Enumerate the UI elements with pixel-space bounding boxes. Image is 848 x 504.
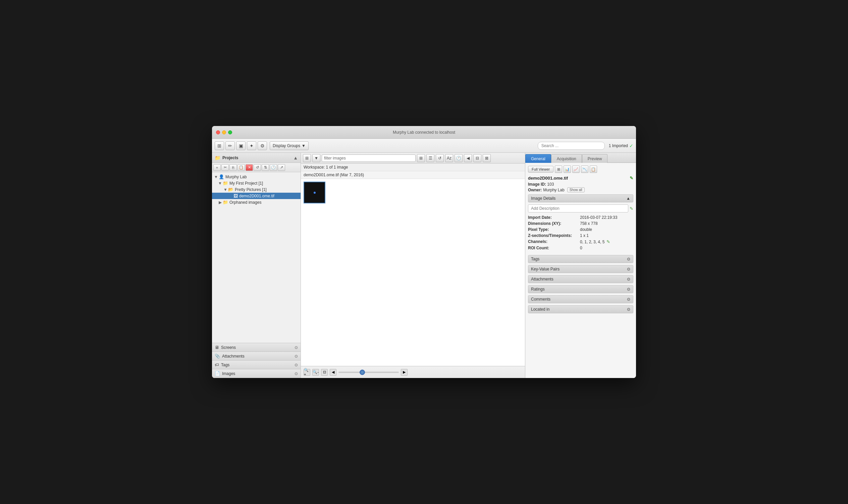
import-date-label: Import Date: — [528, 215, 580, 220]
attachments-panel[interactable]: 📎 Attachments ⊙ — [212, 352, 300, 361]
display-groups-button[interactable]: Display Groups ▼ — [270, 141, 309, 150]
tags-section-header[interactable]: Tags ⊙ — [528, 255, 633, 263]
image-thumbnail[interactable] — [304, 182, 325, 203]
owner-label: Owner: — [528, 188, 542, 192]
sort-date-btn[interactable]: 🕐 — [454, 154, 463, 162]
z-sections-label: Z-sections/Timepoints: — [528, 233, 580, 238]
clock-btn[interactable]: 🕐 — [270, 164, 277, 171]
edit-filename-icon[interactable]: ✎ — [629, 176, 633, 181]
cut-btn[interactable]: ✂ — [221, 164, 229, 171]
filter-icon[interactable]: ⊞ — [303, 154, 311, 162]
view-icon-4[interactable]: 📉 — [581, 165, 588, 173]
view-icon-3[interactable]: 📈 — [572, 165, 579, 173]
screens-panel[interactable]: 🖥 Screens ⊙ — [212, 343, 300, 352]
show-all-button[interactable]: Show all — [567, 187, 585, 192]
delete-btn[interactable]: ✕ — [245, 164, 253, 171]
toolbar-btn-4[interactable]: ✦ — [247, 141, 256, 150]
tab-preview[interactable]: Preview — [582, 154, 608, 163]
key-value-section-header[interactable]: Key-Value Pairs ⊙ — [528, 265, 633, 273]
image-id-label: Image ID: — [528, 182, 546, 187]
image-dot — [314, 192, 316, 194]
view-last-btn[interactable]: ⊠ — [483, 154, 491, 162]
detail-row-z-sections: Z-sections/Timepoints: 1 x 1 — [528, 233, 633, 239]
view-grid2-btn[interactable]: ⊟ — [473, 154, 481, 162]
zoom-out-btn[interactable]: 🔍- — [312, 369, 319, 376]
projects-header: 📁 Projects ▲ — [212, 153, 300, 163]
zoom-in-btn[interactable]: 🔍+ — [304, 369, 310, 376]
image-details-collapse-icon: ▲ — [626, 196, 630, 201]
view-icon-1[interactable]: ⊞ — [555, 165, 562, 173]
ratings-section-label: Ratings — [531, 287, 545, 291]
located-in-section-header[interactable]: Located in ⊙ — [528, 305, 633, 313]
tags-section-icon: ⊙ — [627, 257, 630, 262]
toolbar-btn-5[interactable]: ⚙ — [258, 141, 267, 150]
edit-description-icon[interactable]: ✎ — [629, 206, 633, 211]
sort-btn[interactable]: ⇅ — [262, 164, 269, 171]
attachments-section-label: Attachments — [531, 277, 553, 282]
comments-section-header[interactable]: Comments ⊙ — [528, 295, 633, 303]
edit-channels-icon[interactable]: ✎ — [606, 239, 610, 244]
tab-general[interactable]: General — [525, 154, 551, 163]
zoom-next-btn[interactable]: ▶ — [401, 369, 408, 376]
minimize-button[interactable] — [222, 130, 226, 134]
refresh-btn[interactable]: ↺ — [254, 164, 261, 171]
detail-row-dimensions: Dimensions (XY): 758 x 778 — [528, 220, 633, 227]
filter-area: filter images — [322, 155, 416, 162]
toolbar-btn-2[interactable]: ✏ — [225, 141, 235, 150]
zoom-fit-btn[interactable]: ⊡ — [321, 369, 328, 376]
display-groups-arrow: ▼ — [301, 143, 306, 148]
projects-title: Projects — [222, 156, 238, 160]
traffic-lights — [216, 130, 232, 134]
tree-item-my-first-project[interactable]: ▼ 📁 My First Project [1] — [212, 180, 300, 186]
projects-icon: 📁 — [215, 155, 220, 161]
list-view-btn[interactable]: ☰ — [426, 154, 434, 162]
tab-acquisition[interactable]: Acquisition — [551, 154, 582, 163]
tree-item-orphaned[interactable]: ▶ 📁 Orphaned images — [212, 199, 300, 205]
located-in-section-label: Located in — [531, 307, 550, 312]
images-icon: 📄 — [215, 371, 220, 376]
copy-btn[interactable]: ⎘ — [229, 164, 237, 171]
zoom-prev-btn[interactable]: ◀ — [330, 369, 336, 376]
filter-dropdown-btn[interactable]: ▼ — [312, 154, 321, 162]
share-btn[interactable]: ↗ — [278, 164, 285, 171]
view-prev-btn[interactable]: ◀ — [464, 154, 472, 162]
toolbar-btn-1[interactable]: ⊞ — [215, 141, 224, 150]
detail-table: Import Date: 2016-03-07 22:19:33 Dimensi… — [528, 214, 633, 251]
close-button[interactable] — [216, 130, 220, 134]
detail-row-import-date: Import Date: 2016-03-07 22:19:33 — [528, 214, 633, 220]
refresh-view-btn[interactable]: ↺ — [436, 154, 444, 162]
imported-badge: 1 Imported ✓ — [609, 143, 633, 148]
tree-item-pretty-pictures[interactable]: ▼ 📂 Pretty Pictures [1] — [212, 186, 300, 193]
toolbar-btn-3[interactable]: ▣ — [236, 141, 245, 150]
attachments-section-header[interactable]: Attachments ⊙ — [528, 275, 633, 283]
main-toolbar: ⊞ ✏ ▣ ✦ ⚙ Display Groups ▼ 1 Imported ✓ — [212, 139, 636, 153]
import-date-value: 2016-03-07 22:19:33 — [580, 215, 633, 220]
view-icon-5[interactable]: 📋 — [590, 165, 597, 173]
tags-panel[interactable]: 🏷 Tags ⊙ — [212, 361, 300, 369]
zoom-slider-container — [339, 372, 399, 373]
tree-item-demo2d001[interactable]: 🖼 demo2D001.ome.tif — [212, 193, 300, 199]
maximize-button[interactable] — [228, 130, 232, 134]
ratings-section-header[interactable]: Ratings ⊙ — [528, 285, 633, 293]
check-icon: ✓ — [629, 143, 633, 148]
search-input[interactable] — [538, 142, 605, 150]
images-chevron: ⊙ — [295, 371, 298, 376]
image-browser: demo2D001.ome.tif (Mar 7, 2016) — [301, 171, 525, 366]
pixel-type-value: double — [580, 227, 633, 232]
zoom-slider[interactable] — [339, 372, 399, 373]
paste-btn[interactable]: 📋 — [238, 164, 245, 171]
tree-item-murphy-lab[interactable]: ▼ 👤 Murphy Lab — [212, 174, 300, 180]
owner-row: Owner: Murphy Lab Show all — [528, 187, 633, 192]
grid-view-btn[interactable]: ⊞ — [417, 154, 425, 162]
new-btn[interactable]: + — [213, 164, 221, 171]
sort-alpha-btn[interactable]: Az — [445, 154, 453, 162]
tags-chevron: ⊙ — [295, 363, 298, 367]
add-description-input[interactable] — [528, 204, 628, 213]
toggle-murphy-lab: ▼ — [213, 175, 219, 179]
view-icon-2[interactable]: 📊 — [564, 165, 571, 173]
images-panel[interactable]: 📄 Images ⊙ — [212, 369, 300, 378]
projects-collapse-btn[interactable]: ▲ — [293, 155, 298, 161]
image-details-header[interactable]: Image Details ▲ — [528, 194, 633, 202]
viewer-row: Full Viewer ⊞ 📊 📈 📉 📋 — [528, 165, 633, 173]
full-viewer-button[interactable]: Full Viewer — [528, 166, 553, 173]
